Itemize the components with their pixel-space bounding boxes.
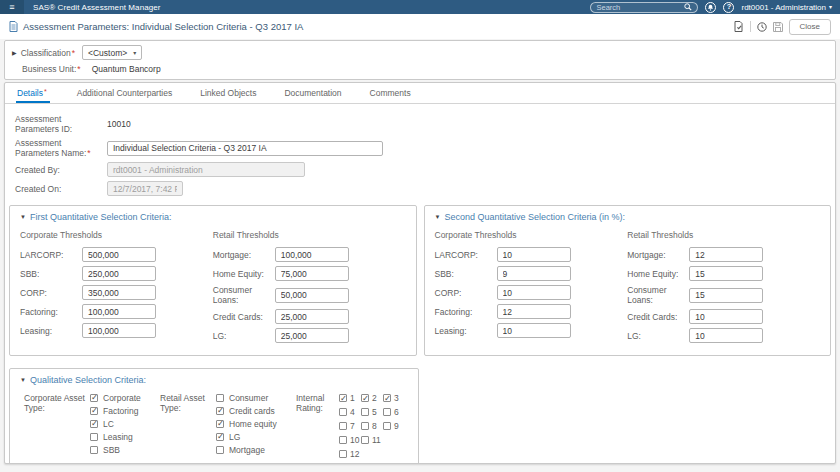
checkbox-box[interactable] bbox=[216, 407, 224, 415]
business-unit-row: Business Unit: * Quantum Bancorp bbox=[12, 64, 828, 74]
second-quantitative-header[interactable]: ▼ Second Quantitative Selection Criteria… bbox=[435, 212, 821, 222]
threshold-input[interactable] bbox=[689, 247, 763, 262]
checkbox-credit-cards[interactable]: Credit cards bbox=[216, 406, 296, 415]
checkbox-box[interactable] bbox=[339, 408, 347, 416]
threshold-input[interactable] bbox=[689, 328, 763, 343]
checkbox-rating-9[interactable]: 9 bbox=[383, 421, 405, 431]
checkbox-lg[interactable]: LG bbox=[216, 432, 296, 441]
id-value: 10010 bbox=[107, 119, 131, 129]
threshold-input[interactable] bbox=[689, 266, 763, 281]
validate-document-icon bbox=[734, 21, 744, 32]
tab-comments[interactable]: Comments bbox=[369, 88, 412, 103]
checkbox-rating-7[interactable]: 7 bbox=[339, 421, 361, 431]
checkbox-factoring[interactable]: Factoring bbox=[90, 406, 160, 415]
qualitative-header[interactable]: ▼ Qualitative Selection Criteria: bbox=[20, 375, 408, 385]
notifications-button[interactable] bbox=[705, 2, 716, 13]
tab-details[interactable]: Details* bbox=[16, 88, 50, 103]
checkbox-box[interactable] bbox=[383, 408, 391, 416]
tab-linked-objects[interactable]: Linked Objects bbox=[199, 88, 257, 103]
menu-button[interactable]: ≡ bbox=[0, 0, 24, 14]
threshold-input[interactable] bbox=[689, 288, 763, 303]
threshold-input[interactable] bbox=[497, 323, 571, 338]
checkbox-box[interactable] bbox=[361, 422, 369, 430]
threshold-input[interactable] bbox=[82, 266, 156, 281]
threshold-input[interactable] bbox=[497, 304, 571, 319]
checkbox-box[interactable] bbox=[90, 407, 98, 415]
checkbox-box[interactable] bbox=[90, 446, 98, 454]
checkbox-box[interactable] bbox=[216, 420, 224, 428]
checkbox-box[interactable] bbox=[90, 420, 98, 428]
checkbox-box[interactable] bbox=[383, 422, 391, 430]
threshold-input[interactable] bbox=[275, 288, 349, 303]
form-row-id: Assessment Parameters ID: 10010 bbox=[15, 114, 825, 134]
threshold-input[interactable] bbox=[497, 266, 571, 281]
tab-additional-counterparties[interactable]: Additional Counterparties bbox=[76, 88, 173, 103]
checkbox-lc[interactable]: LC bbox=[90, 419, 160, 428]
checkbox-box[interactable] bbox=[90, 394, 98, 402]
checkbox-box[interactable] bbox=[339, 436, 347, 444]
close-button[interactable]: Close bbox=[789, 19, 831, 35]
checkbox-rating-12[interactable]: 12 bbox=[339, 449, 361, 459]
user-menu[interactable]: rdt0001 - Administration ▾ bbox=[741, 3, 832, 12]
checkbox-rating-11[interactable]: 11 bbox=[361, 435, 383, 445]
checkbox-consumer[interactable]: Consumer bbox=[216, 393, 296, 402]
threshold-input[interactable] bbox=[497, 247, 571, 262]
checkbox-rating-8[interactable]: 8 bbox=[361, 421, 383, 431]
created-by-label: Created By: bbox=[15, 165, 107, 175]
tab-bar: Details* Additional Counterparties Linke… bbox=[5, 83, 835, 104]
checkbox-home-equity[interactable]: Home equity bbox=[216, 419, 296, 428]
search-box[interactable] bbox=[590, 2, 698, 13]
checkbox-mortgage[interactable]: Mortgage bbox=[216, 445, 296, 454]
checkbox-rating-4[interactable]: 4 bbox=[339, 407, 361, 417]
checkbox-box[interactable] bbox=[339, 394, 347, 402]
main-panel: Details* Additional Counterparties Linke… bbox=[4, 82, 836, 464]
threshold-input[interactable] bbox=[82, 304, 156, 319]
checkbox-rating-6[interactable]: 6 bbox=[383, 407, 405, 417]
checkbox-sbb[interactable]: SBB bbox=[90, 445, 160, 454]
threshold-input[interactable] bbox=[275, 247, 349, 262]
name-input[interactable] bbox=[107, 141, 383, 156]
checkbox-rating-1[interactable]: 1 bbox=[339, 393, 361, 403]
checkbox-box[interactable] bbox=[90, 433, 98, 441]
threshold-input[interactable] bbox=[82, 285, 156, 300]
save-button[interactable] bbox=[773, 22, 783, 32]
checkbox-rating-2[interactable]: 2 bbox=[361, 393, 383, 403]
checkbox-box[interactable] bbox=[361, 436, 369, 444]
checkbox-box[interactable] bbox=[339, 422, 347, 430]
threshold-input[interactable] bbox=[275, 328, 349, 343]
checkbox-corporate[interactable]: Corporate bbox=[90, 393, 160, 402]
form-row-name: Assessment Parameters Name:* bbox=[15, 138, 825, 158]
validate-button[interactable] bbox=[734, 21, 744, 32]
business-unit-label: Business Unit: bbox=[22, 64, 76, 74]
threshold-input[interactable] bbox=[82, 323, 156, 338]
retail-asset-type-list: Consumer Credit cards Home equity LG Mor… bbox=[216, 393, 296, 463]
checkbox-box[interactable] bbox=[361, 394, 369, 402]
checkbox-box[interactable] bbox=[216, 394, 224, 402]
checkbox-rating-3[interactable]: 3 bbox=[383, 393, 405, 403]
first-quantitative-header[interactable]: ▼ First Quantitative Selection Criteria: bbox=[20, 212, 406, 222]
checkbox-box[interactable] bbox=[216, 446, 224, 454]
checkbox-box[interactable] bbox=[361, 408, 369, 416]
search-input[interactable] bbox=[596, 3, 684, 12]
classification-select[interactable]: <Custom> ▾ bbox=[82, 45, 142, 60]
collapse-icon: ▼ bbox=[20, 214, 26, 220]
help-button[interactable]: ? bbox=[723, 2, 734, 13]
history-button[interactable] bbox=[757, 22, 767, 32]
threshold-input[interactable] bbox=[689, 309, 763, 324]
classification-row: ▶ Classification * <Custom> ▾ bbox=[12, 45, 828, 60]
threshold-input[interactable] bbox=[275, 266, 349, 281]
threshold-input[interactable] bbox=[275, 309, 349, 324]
checkbox-box[interactable] bbox=[383, 394, 391, 402]
checkbox-box[interactable] bbox=[339, 450, 347, 458]
checkbox-box[interactable] bbox=[216, 433, 224, 441]
checkbox-rating-5[interactable]: 5 bbox=[361, 407, 383, 417]
created-on-label: Created On: bbox=[15, 184, 107, 194]
corporate-thresholds-column: Corporate Thresholds LARCORP: SBB: CORP:… bbox=[20, 230, 213, 347]
tab-documentation[interactable]: Documentation bbox=[283, 88, 342, 103]
threshold-input[interactable] bbox=[82, 247, 156, 262]
expander-icon[interactable]: ▶ bbox=[12, 49, 17, 56]
checkbox-rating-10[interactable]: 10 bbox=[339, 435, 361, 445]
threshold-input[interactable] bbox=[497, 285, 571, 300]
qualitative-panel: ▼ Qualitative Selection Criteria: Corpor… bbox=[9, 368, 419, 464]
checkbox-leasing[interactable]: Leasing bbox=[90, 432, 160, 441]
